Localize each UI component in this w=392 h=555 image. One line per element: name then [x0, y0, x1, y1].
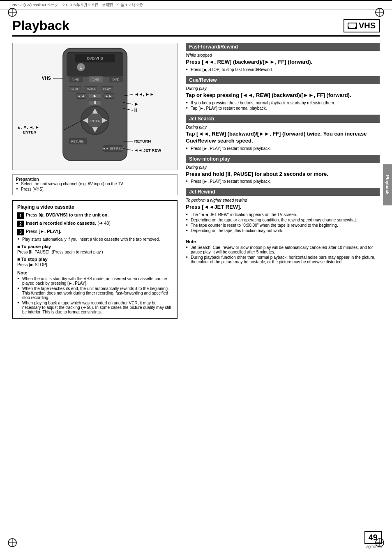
step-1-text: Press [ψ, DVD/VHS] to turn the unit on.	[26, 212, 108, 217]
jet-rewind-bullet-1: The "◄◄ JET REW" indication appears on t…	[186, 212, 380, 217]
jet-search-bullet: Press [►, PLAY] to restart normal playba…	[186, 146, 380, 151]
cue-review-bullet-2: Tap [►, PLAY] to restart normal playback…	[186, 106, 380, 111]
remote-svg: DVD/VHS ψ VHS VHS DVD STOP	[15, 45, 175, 168]
jet-rewind-bullet-4: Depending on the tape, this function may…	[186, 228, 380, 233]
page-title-area: Playback VHS	[12, 18, 380, 37]
right-note-section: Note Jet Search, Cue, review or slow-mot…	[186, 239, 380, 264]
slow-motion-context: During play	[186, 165, 380, 170]
svg-rect-16	[351, 27, 353, 28]
svg-text:VHS: VHS	[92, 78, 99, 81]
playing-note-1: When the unit is standby with the VHS mo…	[17, 276, 173, 286]
two-column-layout: DVD/VHS ψ VHS VHS DVD STOP	[12, 43, 380, 323]
step-1-num: 1	[17, 212, 24, 219]
svg-text:STOP: STOP	[71, 87, 79, 91]
playing-note-2: When the tape reaches its end, the unit …	[17, 286, 173, 300]
fast-forward-context: While stopped	[186, 53, 380, 58]
cue-review-context: During play	[186, 86, 380, 91]
svg-text:◄◄: ◄◄	[77, 94, 84, 98]
svg-text:DVD/VHS: DVD/VHS	[87, 56, 103, 60]
svg-text:PLAY: PLAY	[103, 87, 111, 91]
svg-text:RETURN: RETURN	[134, 139, 151, 143]
vhs-cassette-icon	[348, 23, 357, 29]
pause-title: To pause play	[17, 244, 173, 249]
playing-note-title: Note	[17, 270, 173, 275]
step-2-num: 2	[17, 221, 24, 227]
header-bar: NV620(GN).book 49 ページ ２００５年５月２５日 水曜日 午後１…	[0, 0, 392, 10]
slow-motion-title: Slow-motion play	[186, 155, 380, 163]
right-note-1: Jet Search, Cue, review or slow-motion p…	[186, 245, 380, 254]
vhs-badge: VHS	[344, 19, 380, 32]
jet-rewind-section: Jet Rewind To perform a higher speed rew…	[186, 188, 380, 233]
corner-mark-tr	[374, 6, 386, 18]
jet-rewind-bullet-3: The tape counter is reset to "0:00.00" w…	[186, 223, 380, 228]
page-number: 49	[364, 531, 382, 544]
svg-text:VHS: VHS	[42, 76, 51, 81]
jet-search-title: Jet Search	[186, 115, 380, 123]
slow-motion-main: Press and hold [II, PAUSE] for about 2 s…	[186, 171, 380, 178]
fast-forward-section: Fast-forward/Rewind While stopped Press …	[186, 43, 380, 72]
svg-point-15	[353, 27, 355, 28]
svg-rect-13	[348, 23, 356, 27]
svg-text:II: II	[94, 100, 96, 105]
corner-mark-tl	[6, 6, 18, 18]
playing-note-section: Note When the unit is standby with the V…	[17, 270, 173, 314]
playing-note-3: When playing back a tape which was recor…	[17, 301, 173, 314]
fast-forward-main: Press [◄◄, REW] (backward)/[►►, FF] (for…	[186, 59, 380, 66]
svg-text:◄◄, ►►: ◄◄, ►►	[134, 92, 154, 97]
svg-text:►: ►	[134, 101, 139, 106]
right-column: Fast-forward/Rewind While stopped Press …	[186, 43, 380, 323]
slow-motion-bullet: Press [►, PLAY] to restart normal playba…	[186, 179, 380, 184]
playing-section: Playing a video cassette 1 Press [ψ, DVD…	[12, 200, 178, 319]
fast-forward-bullet: Press [■, STOP] to stop fast-forward/Rew…	[186, 67, 380, 72]
left-column: DVD/VHS ψ VHS VHS DVD STOP	[12, 43, 178, 323]
main-content: Playback VHS	[0, 10, 392, 332]
cue-review-bullet-1: If you keep pressing these buttons, norm…	[186, 101, 380, 105]
cue-review-title: Cue/Review	[186, 76, 380, 84]
footer-area: 49 VQT0P03	[364, 531, 382, 549]
jet-rewind-main: Press [◄◄JET REW].	[186, 204, 380, 211]
preparation-box: Preparation Select the unit viewing chan…	[12, 174, 178, 195]
svg-text:►►: ►►	[105, 94, 112, 98]
right-note-title: Note	[186, 239, 380, 244]
jet-rewind-context: To perform a higher speed rewind	[186, 198, 380, 203]
svg-text:RETURN: RETURN	[71, 140, 85, 143]
header-text: NV620(GN).book 49 ページ ２００５年５月２５日 水曜日 午後１…	[12, 2, 143, 8]
page-code: VQT0P03	[364, 545, 382, 549]
vhs-label: VHS	[359, 21, 376, 30]
svg-text:▲, ▼, ◄, ►: ▲, ▼, ◄, ►	[17, 125, 39, 129]
fast-forward-title: Fast-forward/Rewind	[186, 43, 380, 51]
svg-text:VHS: VHS	[72, 78, 79, 81]
playing-section-title: Playing a video cassette	[17, 204, 173, 210]
svg-text:ENTER: ENTER	[23, 130, 37, 134]
jet-search-context: During play	[186, 125, 380, 129]
step-3-bullet: Play starts automatically if you insert …	[17, 237, 173, 242]
jet-rewind-bullet-2: Depending on the tape or an operating co…	[186, 218, 380, 222]
slow-motion-section: Slow-motion play During play Press and h…	[186, 155, 380, 184]
jet-search-main: Tap [◄◄, REW] (backward)/[►►, FF] (forwa…	[186, 131, 380, 145]
step-3: 3 Press [►, PLAY].	[17, 229, 173, 235]
cue-review-main: Tap or keep pressing [◄◄, REW] (backward…	[186, 92, 380, 99]
svg-text:►: ►	[93, 93, 97, 98]
corner-mark-bl	[6, 537, 18, 549]
jet-search-section: Jet Search During play Tap [◄◄, REW] (ba…	[186, 115, 380, 151]
prep-item-2: Press [VHS].	[16, 187, 174, 191]
stop-title: To stop play	[17, 257, 173, 262]
svg-text:II: II	[134, 107, 137, 113]
svg-text:◄◄ JET REW: ◄◄ JET REW	[134, 148, 161, 152]
svg-point-14	[349, 27, 351, 28]
stop-text: Press [■, STOP].	[17, 263, 173, 267]
svg-text:◄◄ JET REW: ◄◄ JET REW	[102, 147, 124, 150]
page-title: Playback	[12, 18, 69, 33]
prep-title: Preparation	[16, 177, 174, 182]
step-2-text: Insert a recorded video cassette. (➜ 48)	[26, 221, 111, 226]
page-container: NV620(GN).book 49 ページ ２００５年５月２５日 水曜日 午後１…	[0, 0, 392, 555]
side-tab: Playback	[383, 164, 392, 205]
jet-rewind-title: Jet Rewind	[186, 188, 380, 196]
svg-text:PAUSE: PAUSE	[85, 87, 96, 91]
svg-text:ENTER: ENTER	[90, 119, 101, 123]
prep-item-1: Select the unit viewing channel (e.g. AV…	[16, 182, 174, 186]
svg-text:DVD: DVD	[113, 78, 120, 81]
step-1: 1 Press [ψ, DVD/VHS] to turn the unit on…	[17, 212, 173, 219]
right-note-2: During playback function other than norm…	[186, 255, 380, 264]
remote-diagram: DVD/VHS ψ VHS VHS DVD STOP	[12, 43, 178, 170]
